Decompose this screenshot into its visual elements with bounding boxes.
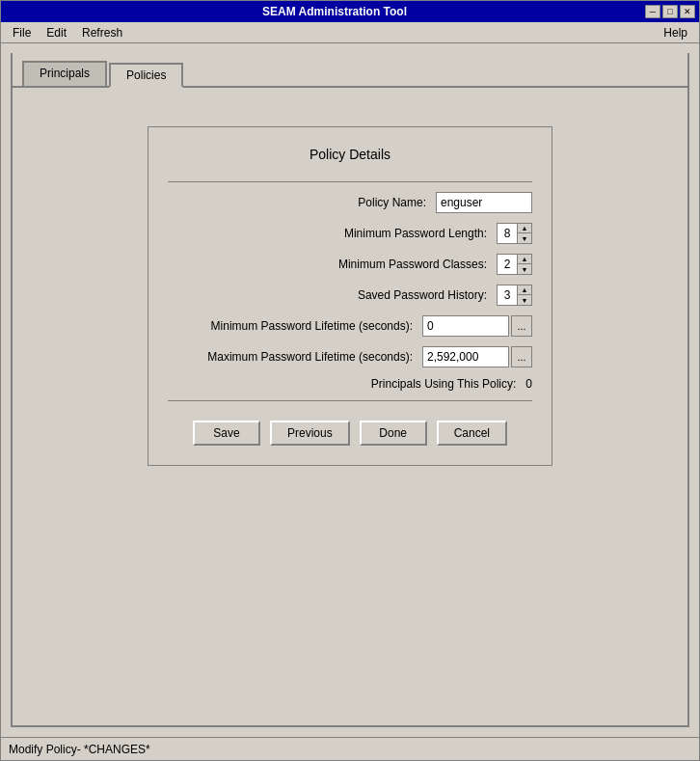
- app-icon: [5, 4, 20, 19]
- min-password-classes-spinner: 2 ▲ ▼: [497, 254, 532, 275]
- saved-password-history-spinner: 3 ▲ ▼: [497, 285, 532, 306]
- previous-button[interactable]: Previous: [270, 421, 350, 446]
- policy-details-title: Policy Details: [168, 147, 532, 162]
- done-button[interactable]: Done: [360, 421, 427, 446]
- min-password-classes-value: 2: [498, 256, 517, 273]
- saved-password-history-value: 3: [498, 286, 517, 304]
- max-password-lifetime-label: Maximum Password Lifetime (seconds):: [168, 350, 422, 364]
- close-button[interactable]: ✕: [680, 5, 695, 18]
- min-password-classes-label: Minimum Password Classes:: [168, 258, 497, 271]
- saved-password-history-row: Saved Password History: 3 ▲ ▼: [168, 285, 532, 306]
- saved-password-history-down[interactable]: ▼: [518, 295, 531, 305]
- principals-using-value: 0: [525, 377, 532, 391]
- saved-password-history-arrows: ▲ ▼: [517, 285, 531, 305]
- status-text: Modify Policy- *CHANGES*: [9, 743, 150, 756]
- min-password-classes-down[interactable]: ▼: [518, 264, 531, 274]
- menu-help[interactable]: Help: [656, 24, 695, 41]
- button-row: Save Previous Done Cancel: [168, 421, 532, 446]
- divider-bottom: [168, 400, 532, 401]
- minimize-button[interactable]: ─: [645, 5, 660, 18]
- window-title: SEAM Administration Tool: [24, 5, 645, 18]
- min-password-length-label: Minimum Password Length:: [168, 227, 497, 240]
- title-bar: SEAM Administration Tool ─ □ ✕: [1, 1, 699, 22]
- min-password-length-up[interactable]: ▲: [518, 224, 531, 233]
- menu-file[interactable]: File: [5, 24, 39, 41]
- window-controls: ─ □ ✕: [645, 5, 695, 18]
- principals-using-row: Principals Using This Policy: 0: [168, 377, 532, 391]
- divider-top: [168, 181, 532, 182]
- saved-password-history-up[interactable]: ▲: [518, 285, 531, 295]
- min-password-lifetime-input[interactable]: [422, 315, 509, 337]
- min-password-lifetime-row: Minimum Password Lifetime (seconds): ...: [168, 315, 532, 337]
- menu-edit[interactable]: Edit: [39, 24, 74, 41]
- min-password-length-down[interactable]: ▼: [518, 233, 531, 243]
- main-content: Principals Policies Policy Details Polic…: [1, 43, 699, 737]
- policy-details-card: Policy Details Policy Name: Minimum Pass…: [148, 126, 552, 466]
- principals-using-label: Principals Using This Policy:: [168, 377, 525, 391]
- maximize-button[interactable]: □: [662, 5, 678, 18]
- min-password-length-spinner: 8 ▲ ▼: [497, 223, 532, 244]
- min-password-length-value: 8: [498, 225, 517, 242]
- cancel-button[interactable]: Cancel: [437, 421, 507, 446]
- main-window: SEAM Administration Tool ─ □ ✕ File Edit…: [0, 0, 700, 761]
- policy-name-label: Policy Name:: [168, 196, 436, 209]
- min-password-classes-up[interactable]: ▲: [518, 255, 531, 264]
- max-password-lifetime-container: ...: [422, 346, 532, 367]
- saved-password-history-label: Saved Password History:: [168, 288, 497, 302]
- tab-principals[interactable]: Principals: [22, 61, 107, 86]
- policy-name-row: Policy Name:: [168, 192, 532, 213]
- max-password-lifetime-input[interactable]: [422, 346, 509, 367]
- min-password-lifetime-container: ...: [422, 315, 532, 337]
- menu-bar: File Edit Refresh Help: [1, 22, 699, 43]
- status-bar: Modify Policy- *CHANGES*: [1, 737, 699, 760]
- tab-bar: Principals Policies: [13, 53, 687, 88]
- max-password-lifetime-ellipsis[interactable]: ...: [511, 346, 532, 367]
- min-password-length-arrows: ▲ ▼: [517, 224, 531, 243]
- policy-name-input[interactable]: [436, 192, 532, 213]
- min-password-length-row: Minimum Password Length: 8 ▲ ▼: [168, 223, 532, 244]
- max-password-lifetime-row: Maximum Password Lifetime (seconds): ...: [168, 346, 532, 367]
- min-password-classes-arrows: ▲ ▼: [517, 255, 531, 274]
- min-password-lifetime-label: Minimum Password Lifetime (seconds):: [168, 319, 422, 333]
- tab-content-policies: Policy Details Policy Name: Minimum Pass…: [13, 88, 687, 725]
- save-button[interactable]: Save: [193, 421, 260, 446]
- min-password-classes-row: Minimum Password Classes: 2 ▲ ▼: [168, 254, 532, 275]
- tab-policies[interactable]: Policies: [109, 63, 183, 88]
- tabs-container: Principals Policies Policy Details Polic…: [11, 53, 689, 727]
- min-password-lifetime-ellipsis[interactable]: ...: [511, 315, 532, 337]
- menu-refresh[interactable]: Refresh: [74, 24, 130, 41]
